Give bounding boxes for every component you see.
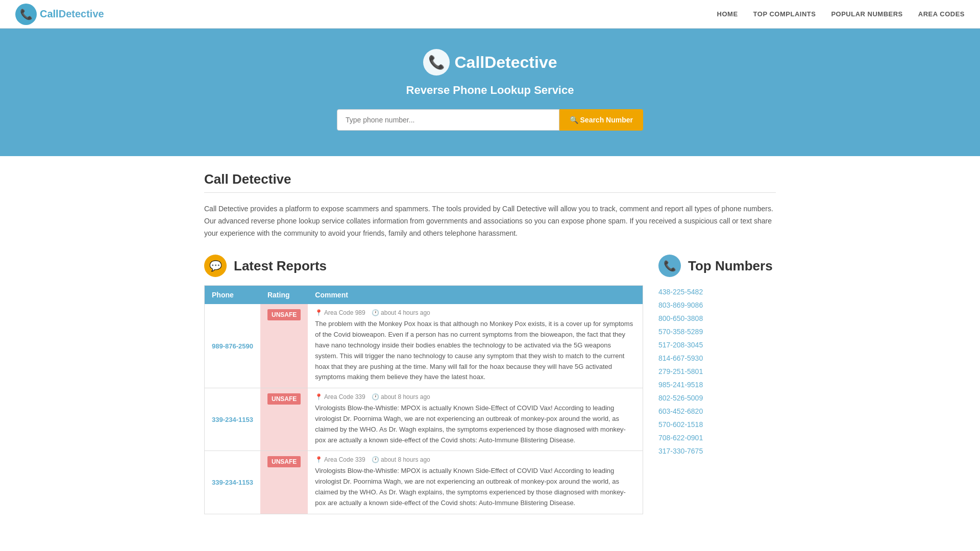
comment-text: Virologists Blow-the-Whistle: MPOX is ac…: [315, 403, 635, 445]
list-item: 803-869-9086: [658, 298, 776, 312]
phone-link[interactable]: 989-876-2590: [212, 342, 253, 350]
area-code-info: 📍 Area Code 339: [315, 456, 365, 463]
rating-cell: UNSAFE: [260, 451, 308, 514]
table-row: 339-234-1153UNSAFE 📍 Area Code 339 🕐 abo…: [205, 451, 643, 514]
hero-subtitle: Reverse Phone Lookup Service: [10, 84, 970, 97]
top-number-link[interactable]: 814-667-5930: [658, 354, 703, 362]
status-badge: UNSAFE: [267, 393, 301, 405]
list-item: 800-650-3808: [658, 312, 776, 325]
page-description: Call Detective provides a platform to ex…: [204, 203, 776, 239]
col-rating: Rating: [260, 286, 308, 305]
top-number-link[interactable]: 517-208-3045: [658, 341, 703, 349]
nav-links: HOME TOP COMPLAINTS POPULAR NUMBERS AREA…: [717, 10, 965, 18]
top-number-link[interactable]: 800-650-3808: [658, 314, 703, 322]
phone-cell: 339-234-1153: [205, 451, 260, 514]
nav-logo[interactable]: 📞 CallDetective: [15, 4, 104, 25]
status-badge: UNSAFE: [267, 456, 301, 467]
comment-cell: 📍 Area Code 339 🕐 about 8 hours ago Viro…: [308, 451, 643, 514]
top-number-link[interactable]: 803-869-9086: [658, 301, 703, 309]
top-number-link[interactable]: 570-602-1518: [658, 420, 703, 429]
phone-search-input[interactable]: [337, 109, 559, 131]
phone-link[interactable]: 339-234-1153: [212, 416, 253, 423]
comment-text: Virologists Blow-the-Whistle: MPOX is ac…: [315, 466, 635, 508]
search-number-button[interactable]: 🔍 Search Number: [559, 109, 643, 131]
top-number-link[interactable]: 802-526-5009: [658, 394, 703, 402]
top-numbers-list: 438-225-5482803-869-9086800-650-3808570-…: [658, 285, 776, 458]
time-ago: 🕐 about 8 hours ago: [372, 456, 430, 463]
latest-reports-header: 💬 Latest Reports: [204, 255, 643, 277]
top-number-link[interactable]: 708-622-0901: [658, 434, 703, 442]
two-col-layout: 💬 Latest Reports Phone Rating Comment 98…: [204, 255, 776, 514]
table-row: 339-234-1153UNSAFE 📍 Area Code 339 🕐 abo…: [205, 388, 643, 451]
main-content: Call Detective Call Detective provides a…: [194, 156, 786, 530]
list-item: 438-225-5482: [658, 285, 776, 298]
comment-meta: 📍 Area Code 339 🕐 about 8 hours ago: [315, 393, 635, 400]
hero-logo-icon: 📞: [423, 49, 450, 76]
reports-table: Phone Rating Comment 989-876-2590UNSAFE …: [204, 285, 643, 514]
top-numbers-title: Top Numbers: [688, 258, 773, 274]
rating-cell: UNSAFE: [260, 304, 308, 388]
top-number-link[interactable]: 570-358-5289: [658, 328, 703, 336]
hero-logo: 📞 CallDetective: [10, 49, 970, 76]
list-item: 708-622-0901: [658, 431, 776, 444]
top-numbers-col: 📞 Top Numbers 438-225-5482803-869-908680…: [658, 255, 776, 458]
table-header-row: Phone Rating Comment: [205, 286, 643, 305]
list-item: 570-602-1518: [658, 418, 776, 431]
list-item: 517-208-3045: [658, 338, 776, 352]
area-code-info: 📍 Area Code 989: [315, 309, 365, 316]
top-number-link[interactable]: 438-225-5482: [658, 288, 703, 296]
list-item: 570-358-5289: [658, 325, 776, 338]
nav-logo-icon: 📞: [15, 4, 37, 25]
time-ago: 🕐 about 8 hours ago: [372, 393, 430, 400]
time-ago: 🕐 about 4 hours ago: [372, 309, 430, 316]
phone-cell: 989-876-2590: [205, 304, 260, 388]
list-item: 603-452-6820: [658, 405, 776, 418]
list-item: 814-667-5930: [658, 352, 776, 365]
hero-logo-text: CallDetective: [455, 53, 557, 72]
list-item: 802-526-5009: [658, 391, 776, 405]
latest-reports-icon: 💬: [204, 255, 227, 277]
area-code-info: 📍 Area Code 339: [315, 393, 365, 400]
rating-cell: UNSAFE: [260, 388, 308, 451]
status-badge: UNSAFE: [267, 309, 301, 320]
nav-logo-text: CallDetective: [40, 8, 104, 20]
comment-cell: 📍 Area Code 989 🕐 about 4 hours ago The …: [308, 304, 643, 388]
col-comment: Comment: [308, 286, 643, 305]
hero-section: 📞 CallDetective Reverse Phone Lookup Ser…: [0, 29, 980, 156]
latest-reports-title: Latest Reports: [234, 258, 327, 274]
list-item: 985-241-9518: [658, 378, 776, 391]
comment-text: The problem with the Monkey Pox hoax is …: [315, 319, 635, 383]
phone-link[interactable]: 339-234-1153: [212, 479, 253, 486]
top-number-link[interactable]: 317-330-7675: [658, 447, 703, 455]
comment-cell: 📍 Area Code 339 🕐 about 8 hours ago Viro…: [308, 388, 643, 451]
top-number-link[interactable]: 279-251-5801: [658, 367, 703, 375]
table-head: Phone Rating Comment: [205, 286, 643, 305]
top-numbers-icon: 📞: [658, 255, 681, 277]
phone-cell: 339-234-1153: [205, 388, 260, 451]
hero-search: 🔍 Search Number: [337, 109, 643, 131]
top-number-link[interactable]: 985-241-9518: [658, 381, 703, 389]
top-number-link[interactable]: 603-452-6820: [658, 407, 703, 415]
table-body: 989-876-2590UNSAFE 📍 Area Code 989 🕐 abo…: [205, 304, 643, 514]
list-item: 279-251-5801: [658, 365, 776, 378]
comment-meta: 📍 Area Code 989 🕐 about 4 hours ago: [315, 309, 635, 316]
col-phone: Phone: [205, 286, 260, 305]
nav-area-codes[interactable]: AREA CODES: [918, 10, 965, 18]
nav-popular-numbers[interactable]: POPULAR NUMBERS: [831, 10, 902, 18]
navbar: 📞 CallDetective HOME TOP COMPLAINTS POPU…: [0, 0, 980, 29]
comment-meta: 📍 Area Code 339 🕐 about 8 hours ago: [315, 456, 635, 463]
latest-reports-col: 💬 Latest Reports Phone Rating Comment 98…: [204, 255, 643, 514]
page-title: Call Detective: [204, 171, 776, 193]
top-numbers-header: 📞 Top Numbers: [658, 255, 776, 277]
nav-home[interactable]: HOME: [717, 10, 738, 18]
table-row: 989-876-2590UNSAFE 📍 Area Code 989 🕐 abo…: [205, 304, 643, 388]
list-item: 317-330-7675: [658, 444, 776, 458]
nav-top-complaints[interactable]: TOP COMPLAINTS: [753, 10, 816, 18]
